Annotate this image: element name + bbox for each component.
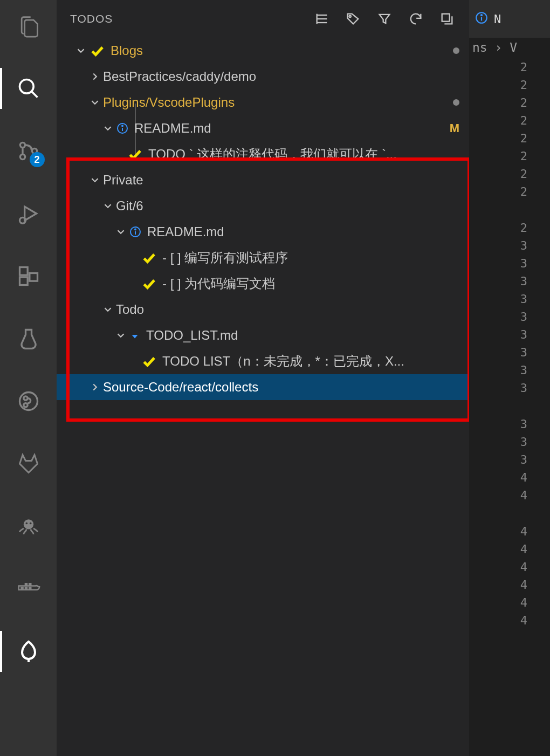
- activity-bar: 2: [0, 0, 57, 756]
- chevron-down-icon: [100, 304, 116, 315]
- info-icon: [116, 122, 129, 135]
- filter-icon[interactable]: [376, 10, 393, 28]
- panel-header: TODOS: [57, 0, 469, 38]
- check-icon: [141, 250, 157, 266]
- chevron-down-icon: [113, 226, 129, 238]
- chevron-down-icon: [73, 45, 89, 57]
- todo-text: - [ ] 为代码编写文档: [162, 275, 459, 292]
- svg-point-3: [20, 154, 25, 159]
- svg-line-1: [31, 92, 37, 98]
- todo-tree-icon[interactable]: [13, 636, 44, 666]
- folder-label: Private: [103, 173, 459, 188]
- tree-folder-plugins[interactable]: Plugins/VscodePlugins: [57, 90, 469, 115]
- svg-marker-5: [24, 207, 36, 221]
- source-control-icon[interactable]: 2: [13, 136, 44, 166]
- tree-folder-sourcecode[interactable]: Source-Code/react/collects: [57, 374, 469, 400]
- svg-point-10: [19, 393, 37, 410]
- search-icon[interactable]: [13, 73, 44, 104]
- todo-text: TODO LIST（n：未完成，*：已完成，X...: [162, 353, 459, 370]
- modified-dot: [453, 99, 459, 106]
- info-icon: [475, 11, 489, 28]
- breadcrumb[interactable]: ns › V: [469, 38, 550, 57]
- tree-file-todolist[interactable]: TODO_LIST.md: [57, 322, 469, 348]
- chevron-right-icon: [87, 381, 103, 393]
- svg-rect-26: [442, 14, 450, 22]
- svg-rect-9: [29, 273, 37, 281]
- check-icon: [141, 353, 157, 369]
- folder-label: Todo: [116, 302, 459, 317]
- tree-file-readme1[interactable]: README.md M: [57, 115, 469, 141]
- line-numbers: 2333333333: [469, 218, 550, 399]
- tree-todo-item[interactable]: TODO LIST（n：未完成，*：已完成，X...: [57, 348, 469, 374]
- svg-point-13: [23, 519, 33, 529]
- tree-todo-item[interactable]: - [ ] 编写所有测试程序: [57, 245, 469, 271]
- gitlens-icon[interactable]: [13, 386, 44, 416]
- tree-todo-item[interactable]: TODO ` 这样的注释代码，我们就可以在 `...: [57, 141, 469, 167]
- arrow-down-icon: [129, 329, 141, 341]
- svg-point-32: [135, 229, 136, 230]
- chevron-down-icon: [100, 200, 116, 212]
- svg-rect-8: [19, 277, 28, 285]
- modified-dot: [453, 47, 459, 54]
- tree-folder-private[interactable]: Private: [57, 167, 469, 193]
- check-icon: [141, 276, 157, 292]
- extensions-icon[interactable]: [13, 261, 44, 291]
- svg-point-12: [23, 403, 27, 407]
- tree-folder-todo[interactable]: Todo: [57, 297, 469, 322]
- file-label: README.md: [134, 121, 445, 136]
- panel-title: TODOS: [70, 12, 313, 25]
- info-icon: [129, 225, 142, 238]
- line-numbers: 444444: [469, 521, 550, 631]
- svg-rect-7: [19, 267, 28, 276]
- folder-label: Blogs: [111, 43, 449, 58]
- svg-point-14: [25, 523, 28, 525]
- octopus-icon[interactable]: [13, 511, 44, 541]
- tab-filename: N: [494, 12, 501, 26]
- modified-badge: M: [450, 121, 459, 135]
- file-label: README.md: [147, 224, 459, 239]
- svg-point-2: [20, 142, 25, 147]
- tree-file-readme2[interactable]: README.md: [57, 219, 469, 245]
- explorer-icon[interactable]: [13, 11, 44, 41]
- check-icon: [127, 146, 143, 162]
- todos-panel: TODOS Blogs BestPractices/caddy/demo: [57, 0, 469, 756]
- editor-tab[interactable]: N: [469, 0, 550, 38]
- line-numbers: 22222222: [469, 57, 550, 203]
- todo-text: - [ ] 编写所有测试程序: [162, 249, 459, 266]
- svg-point-35: [481, 15, 482, 16]
- chevron-down-icon: [113, 329, 129, 341]
- folder-label: BestPractices/caddy/demo: [103, 69, 459, 84]
- scm-badge: 2: [30, 152, 45, 167]
- tree-todo-item[interactable]: - [ ] 为代码编写文档: [57, 271, 469, 297]
- gitlab-icon[interactable]: [13, 449, 44, 479]
- chevron-right-icon: [87, 71, 103, 83]
- tree-folder-git6[interactable]: Git/6: [57, 193, 469, 219]
- test-icon[interactable]: [13, 324, 44, 354]
- folder-label: Plugins/VscodePlugins: [103, 95, 449, 110]
- folder-label: Git/6: [116, 198, 459, 214]
- svg-point-25: [349, 16, 351, 17]
- collapse-all-icon[interactable]: [438, 10, 456, 28]
- chevron-down-icon: [87, 97, 103, 108]
- refresh-icon[interactable]: [407, 10, 424, 28]
- svg-point-11: [23, 396, 27, 400]
- folder-label: Source-Code/react/collects: [103, 380, 459, 395]
- svg-point-29: [122, 126, 123, 127]
- tree-folder-bestpractices[interactable]: BestPractices/caddy/demo: [57, 64, 469, 90]
- svg-point-0: [19, 80, 33, 94]
- chevron-down-icon: [87, 174, 103, 186]
- todo-tree: Blogs BestPractices/caddy/demo Plugins/V…: [57, 38, 469, 756]
- check-icon: [89, 43, 105, 59]
- svg-point-15: [29, 523, 31, 525]
- todo-text: TODO ` 这样的注释代码，我们就可以在 `...: [148, 146, 459, 163]
- list-view-icon[interactable]: [313, 10, 331, 28]
- tag-icon[interactable]: [345, 10, 362, 28]
- editor-area: N ns › V 22222222 2333333333 33344 44444…: [469, 0, 550, 756]
- file-label: TODO_LIST.md: [146, 328, 459, 343]
- line-numbers: 33344: [469, 414, 550, 506]
- run-debug-icon[interactable]: [13, 198, 44, 229]
- tree-folder-blogs[interactable]: Blogs: [57, 38, 469, 64]
- chevron-down-icon: [100, 122, 116, 134]
- docker-icon[interactable]: [13, 574, 44, 604]
